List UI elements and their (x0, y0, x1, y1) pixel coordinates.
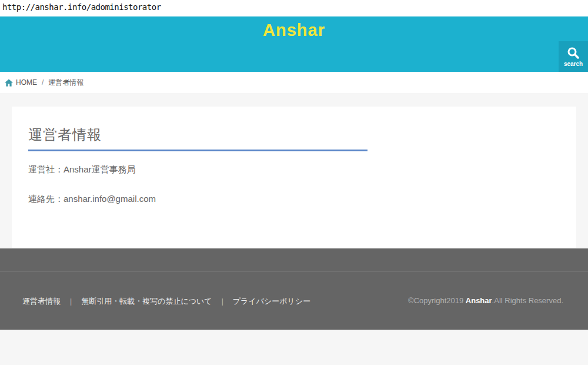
operator-company-line: 運営社：Anshar運営事務局 (28, 164, 136, 175)
footer-link-separator: | (222, 297, 223, 306)
copyright-brand: Anshar (466, 296, 492, 305)
footer-link-separator: | (70, 297, 72, 306)
home-icon (5, 79, 13, 87)
breadcrumb-separator: / (42, 78, 44, 87)
main-background: 運営者情報 運営社：Anshar運営事務局 連絡先：anshar.info@gm… (0, 93, 588, 248)
bottom-strip (0, 330, 588, 365)
footer-top-band (0, 248, 588, 271)
footer-link-operator-info[interactable]: 運営者情報 (22, 296, 61, 307)
footer-link-no-reproduction[interactable]: 無断引用・転載・複写の禁止について (81, 296, 212, 307)
copyright-text: ©Copyright2019 Anshar.All Rights Reserve… (408, 296, 563, 305)
site-footer: 運営者情報 | 無断引用・転載・複写の禁止について | プライバシーポリシー ©… (0, 248, 588, 330)
copyright-suffix: .All Rights Reserved. (492, 296, 563, 305)
page-url-text: http://anshar.info/adoministorator (2, 2, 161, 12)
breadcrumb-current-page: 運営者情報 (48, 78, 83, 88)
search-button-label: search (564, 61, 583, 67)
search-icon (566, 46, 580, 60)
address-bar: http://anshar.info/adoministorator (0, 0, 588, 16)
search-button[interactable]: search (559, 41, 588, 72)
footer-link-privacy-policy[interactable]: プライバシーポリシー (233, 296, 310, 307)
breadcrumb: HOME / 運営者情報 (0, 72, 588, 93)
site-header: Anshar search (0, 16, 588, 72)
contact-email-line: 連絡先：anshar.info@gmail.com (28, 194, 156, 205)
content-card: 運営者情報 運営社：Anshar運営事務局 連絡先：anshar.info@gm… (12, 107, 576, 248)
breadcrumb-home-link[interactable]: HOME (16, 78, 37, 87)
site-logo[interactable]: Anshar (0, 21, 588, 40)
footer-nav: 運営者情報 | 無断引用・転載・複写の禁止について | プライバシーポリシー (22, 296, 310, 307)
copyright-prefix: ©Copyright2019 (408, 296, 466, 305)
page-title: 運営者情報 (28, 125, 368, 151)
